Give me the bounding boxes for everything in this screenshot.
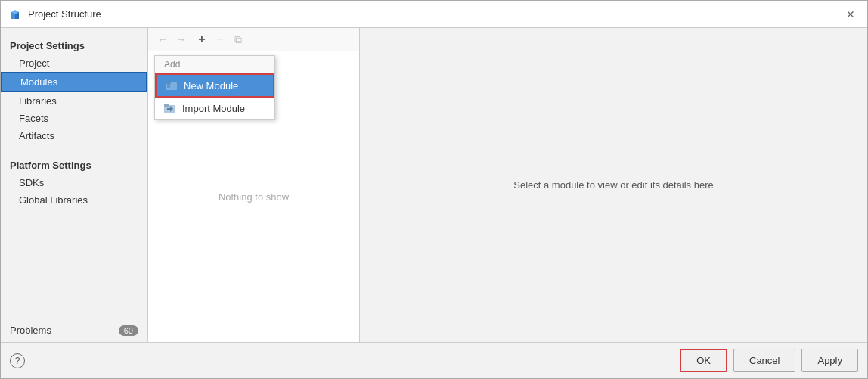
footer-buttons: OK Cancel Apply	[680, 349, 858, 372]
right-panel: Select a module to view or edit its deta…	[360, 28, 867, 342]
apply-button[interactable]: Apply	[801, 349, 858, 372]
footer: ? OK Cancel Apply	[1, 342, 867, 378]
sidebar-item-libraries[interactable]: Libraries	[1, 92, 147, 110]
cancel-button[interactable]: Cancel	[733, 349, 795, 372]
new-module-label: New Module	[184, 80, 238, 92]
ok-button[interactable]: OK	[680, 349, 727, 372]
sidebar-item-modules[interactable]: Modules	[1, 72, 147, 92]
problems-label: Problems	[10, 325, 113, 336]
dropdown-header: Add	[155, 56, 274, 73]
sidebar-nav: Project Settings Project Modules Librari…	[1, 28, 147, 318]
forward-button[interactable]: →	[172, 31, 189, 48]
copy-button[interactable]: ⧉	[230, 31, 246, 48]
sidebar-item-sdks[interactable]: SDKs	[1, 174, 147, 191]
center-panel: ← → + − ⧉ Add	[148, 28, 360, 342]
project-settings-heading: Project Settings	[1, 34, 147, 54]
title-bar: Project Structure ✕	[1, 1, 867, 28]
problems-badge: 60	[119, 325, 138, 336]
close-button[interactable]: ✕	[843, 7, 858, 22]
platform-settings-heading: Platform Settings	[1, 154, 147, 174]
app-icon	[10, 8, 22, 20]
import-module-icon	[164, 102, 176, 114]
nav-buttons: ← →	[154, 31, 189, 48]
new-module-icon	[166, 79, 178, 92]
svg-rect-5	[167, 84, 170, 88]
remove-button[interactable]: −	[212, 31, 228, 48]
project-structure-dialog: Project Structure ✕ Project Settings Pro…	[0, 0, 868, 379]
back-button[interactable]: ←	[154, 31, 171, 48]
sidebar: Project Settings Project Modules Librari…	[1, 28, 148, 342]
right-panel-message: Select a module to view or edit its deta…	[513, 179, 713, 191]
new-module-item[interactable]: New Module	[155, 73, 274, 98]
content-area: Project Settings Project Modules Librari…	[1, 28, 867, 342]
svg-rect-4	[166, 81, 171, 84]
center-toolbar: ← → + − ⧉	[148, 28, 359, 51]
import-module-item[interactable]: Import Module	[155, 98, 274, 119]
svg-rect-7	[164, 104, 169, 107]
problems-section: Problems 60	[1, 318, 147, 342]
add-button[interactable]: +	[194, 31, 210, 48]
sidebar-item-project[interactable]: Project	[1, 54, 147, 72]
sidebar-item-global-libraries[interactable]: Global Libraries	[1, 191, 147, 209]
sidebar-item-artifacts[interactable]: Artifacts	[1, 127, 147, 144]
add-dropdown: Add New Module	[154, 55, 275, 120]
sidebar-item-facets[interactable]: Facets	[1, 110, 147, 127]
help-button[interactable]: ?	[10, 353, 25, 368]
title-bar-text: Project Structure	[28, 8, 843, 20]
import-module-label: Import Module	[182, 103, 245, 114]
